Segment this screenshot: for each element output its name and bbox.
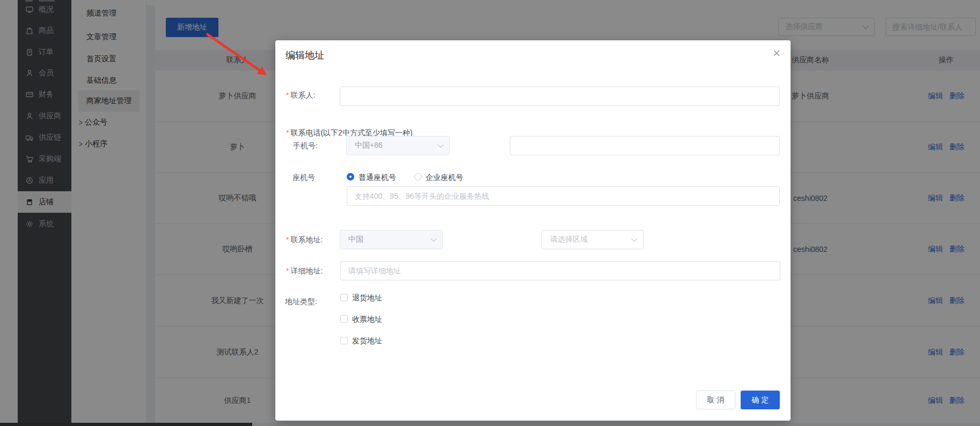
detail-address-label: *详细地址: [286,265,323,276]
checkbox-return-address-label[interactable]: 退货地址 [352,292,382,303]
radio-normal-landline[interactable] [347,173,354,180]
country-code-select[interactable]: 中国+86 [346,136,450,155]
app-window: 概况 商品 订单 会员 财务 供应商 供应链 采购端 [0,0,980,426]
chevron-down-icon [430,236,436,242]
contact-input[interactable] [340,86,780,106]
landline-label: 座机号 [292,172,315,183]
chevron-down-icon [631,236,637,242]
required-asterisk: * [286,235,289,244]
checkbox-shipping-address-label[interactable]: 发货地址 [352,335,382,346]
country-code-value: 中国+86 [355,141,383,150]
area-select[interactable]: 请选择区域 [542,230,643,249]
checkbox-invoice-address[interactable] [340,315,348,323]
address-type-label: 地址类型: [285,296,317,307]
required-asterisk: * [286,266,289,275]
radio-normal-landline-label[interactable]: 普通座机号 [359,172,396,183]
contact-label: *联系人: [286,90,315,100]
detail-address-input[interactable] [340,261,780,280]
country-value: 中国 [348,235,363,244]
radio-enterprise-landline[interactable] [414,173,422,180]
mobile-label: 手机号: [293,140,318,151]
required-asterisk: * [286,91,289,99]
modal-title: 编辑地址 [286,49,324,62]
checkbox-invoice-address-label[interactable]: 收票地址 [352,314,382,324]
radio-enterprise-landline-label[interactable]: 企业座机号 [426,172,463,183]
country-select[interactable]: 中国 [340,230,443,249]
chevron-down-icon [437,142,443,148]
mobile-number-input[interactable] [510,136,780,155]
checkbox-shipping-address[interactable] [340,337,348,344]
required-asterisk: * [286,128,289,137]
landline-input[interactable] [347,186,780,206]
edit-address-modal: 编辑地址 × *联系人: *联系电话(以下2中方式至少填写一种) 手机号: 中国… [275,40,791,421]
area-select-placeholder: 请选择区域 [550,235,588,244]
checkbox-return-address[interactable] [340,294,348,301]
region-label: *联系地址: [286,234,323,245]
confirm-button[interactable]: 确 定 [741,391,780,409]
close-icon[interactable]: × [769,46,784,61]
cancel-button[interactable]: 取 消 [696,391,735,409]
